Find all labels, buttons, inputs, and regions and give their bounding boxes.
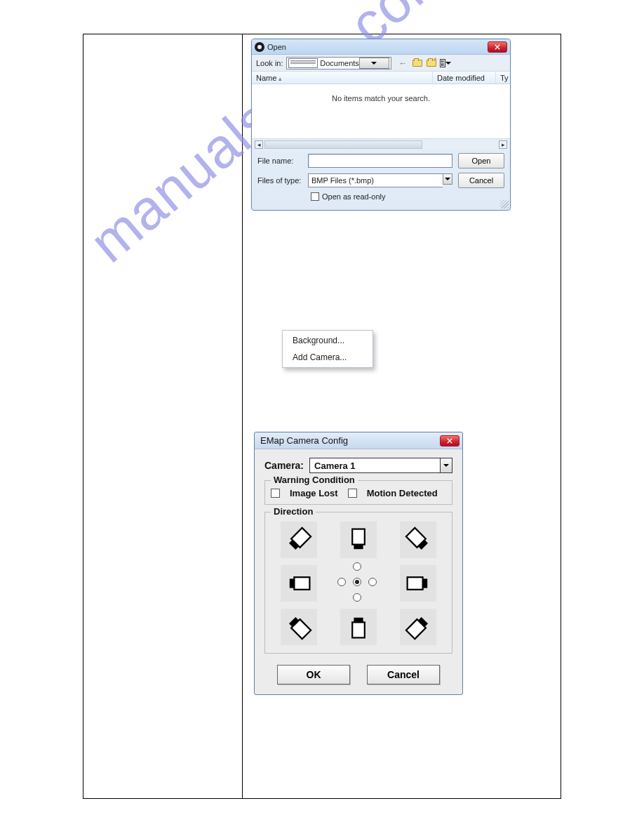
column-date[interactable]: Date modified [433, 72, 496, 84]
read-only-label: Open as read-only [322, 192, 386, 201]
open-button[interactable]: Open [458, 153, 504, 168]
camera-e-icon [400, 565, 436, 602]
column-name[interactable]: Name [252, 72, 433, 84]
cancel-button[interactable]: Cancel [458, 173, 504, 188]
svg-rect-12 [352, 622, 365, 637]
camera-w-icon [281, 565, 317, 602]
documents-icon [288, 58, 318, 68]
look-in-value: Documents [320, 59, 359, 67]
new-folder-button[interactable] [425, 57, 438, 70]
open-dialog-toolbar: Look in: Documents [252, 55, 510, 72]
folder-new-icon [427, 60, 436, 67]
camera-ne-icon [400, 522, 436, 558]
file-name-label: File name: [257, 157, 302, 165]
view-dropdown-arrow-icon [445, 60, 451, 67]
files-of-type-dropdown-arrow[interactable] [443, 173, 452, 185]
app-icon [255, 42, 264, 52]
view-grid-icon [440, 59, 445, 67]
emap-titlebar: EMap Camera Config [255, 432, 462, 449]
empty-list-message: No items match your search. [332, 94, 430, 102]
camera-sw-icon [281, 609, 317, 645]
image-lost-label: Image Lost [290, 488, 338, 498]
up-one-level-button[interactable] [411, 57, 424, 70]
close-icon [495, 44, 500, 50]
svg-rect-6 [295, 577, 310, 590]
scroll-right-button[interactable]: ▸ [499, 140, 507, 149]
radio-e[interactable] [368, 578, 377, 586]
sort-asc-icon [279, 74, 282, 82]
file-list-header: Name Date modified Ty [252, 72, 510, 84]
svg-rect-13 [354, 618, 363, 623]
menu-item-add-camera[interactable]: Add Camera... [283, 349, 373, 366]
emap-close-button[interactable] [440, 435, 459, 446]
svg-rect-2 [352, 529, 365, 545]
svg-rect-9 [422, 578, 427, 588]
open-dialog-form: File name: Open Files of type: BMP Files… [252, 150, 510, 204]
camera-label: Camera: [264, 460, 304, 471]
svg-rect-3 [354, 545, 363, 550]
menu-item-background[interactable]: Background... [283, 332, 373, 349]
direction-group: Direction [264, 512, 452, 654]
scroll-track[interactable] [264, 140, 422, 149]
camera-select[interactable]: Camera 1 [309, 458, 452, 473]
page-column-divider [242, 34, 243, 799]
radio-s[interactable] [353, 593, 361, 602]
radio-w[interactable] [337, 578, 346, 586]
file-name-input[interactable] [308, 154, 452, 168]
svg-rect-7 [290, 578, 295, 588]
camera-se-icon [400, 609, 436, 645]
files-of-type-value: BMP Files (*.bmp) [308, 173, 443, 187]
context-menu: Background... Add Camera... [282, 330, 373, 368]
close-icon [447, 438, 452, 444]
warning-condition-group: Warning Condition Image Lost Motion Dete… [264, 480, 452, 505]
view-menu-button[interactable] [439, 57, 452, 70]
resize-grip-icon[interactable] [500, 200, 509, 208]
back-button[interactable] [397, 57, 410, 70]
radio-center[interactable] [353, 578, 361, 586]
direction-radio-grid [340, 565, 377, 602]
open-file-dialog: Open Look in: Documents Name Date modifi… [251, 39, 511, 211]
horizontal-scrollbar[interactable]: ◂ ▸ [252, 139, 510, 150]
folder-up-icon [412, 60, 422, 67]
warning-condition-legend: Warning Condition [271, 475, 358, 485]
file-list-area[interactable]: No items match your search. [252, 84, 510, 139]
camera-s-icon [340, 609, 377, 645]
emap-camera-config-dialog: EMap Camera Config Camera: Camera 1 Warn… [254, 432, 463, 695]
direction-legend: Direction [271, 506, 316, 517]
column-name-label: Name [256, 74, 276, 82]
files-of-type-combo[interactable]: BMP Files (*.bmp) [308, 173, 452, 187]
open-dialog-titlebar: Open [252, 39, 510, 55]
look-in-combo[interactable]: Documents [286, 57, 391, 70]
image-lost-checkbox[interactable] [271, 489, 280, 498]
files-of-type-label: Files of type: [257, 176, 302, 185]
motion-detected-checkbox[interactable] [348, 489, 357, 498]
camera-select-value: Camera 1 [309, 458, 440, 473]
open-dialog-title: Open [267, 43, 488, 51]
look-in-dropdown-arrow[interactable] [359, 58, 389, 69]
emap-ok-button[interactable]: OK [277, 665, 350, 684]
scroll-left-button[interactable]: ◂ [255, 140, 263, 149]
camera-n-icon [340, 522, 377, 558]
emap-title: EMap Camera Config [257, 435, 440, 446]
close-button[interactable] [488, 41, 507, 53]
camera-nw-icon [281, 522, 317, 558]
emap-cancel-button[interactable]: Cancel [367, 665, 440, 684]
camera-dropdown-arrow[interactable] [440, 458, 452, 473]
read-only-checkbox[interactable] [311, 192, 319, 201]
look-in-label: Look in: [256, 59, 283, 67]
svg-rect-8 [407, 577, 422, 590]
motion-detected-label: Motion Detected [367, 488, 438, 498]
nav-icon-group [397, 57, 452, 70]
column-type[interactable]: Ty [496, 72, 510, 84]
radio-n[interactable] [353, 562, 361, 571]
